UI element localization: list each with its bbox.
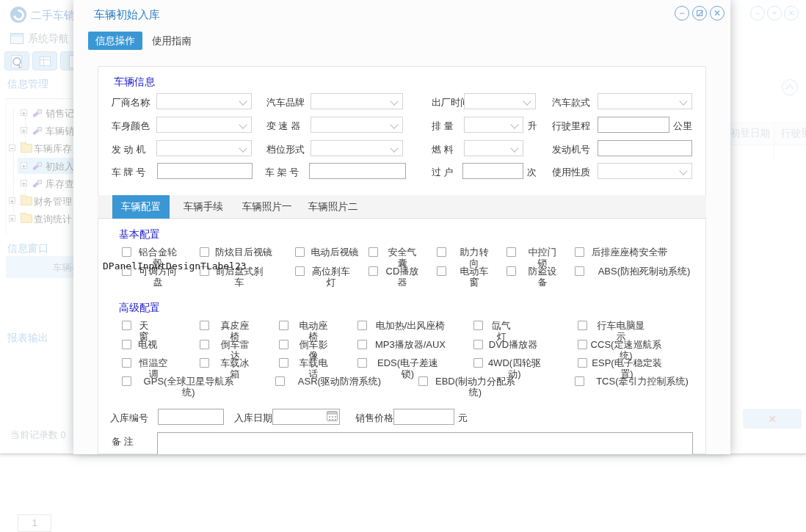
tree-item-2[interactable]: 车辆库存 bbox=[34, 142, 72, 156]
field-mileage-input[interactable] bbox=[598, 117, 669, 133]
adv-option-checkbox-8[interactable] bbox=[279, 340, 288, 349]
adv-option-checkbox-20[interactable] bbox=[418, 376, 428, 386]
field-sale_price-input[interactable] bbox=[393, 409, 454, 425]
basic-option-checkbox-9[interactable] bbox=[295, 266, 305, 276]
field-fuel-select[interactable] bbox=[464, 140, 523, 156]
adv-option-checkbox-4[interactable] bbox=[473, 321, 483, 330]
tab-vehicle-papers[interactable]: 车辆手续 bbox=[175, 195, 232, 219]
adv-option-checkbox-1[interactable] bbox=[200, 321, 209, 330]
adv-option-label-19: ASR(驱动防滑系统) bbox=[290, 376, 389, 387]
basic-option-checkbox-6[interactable] bbox=[575, 247, 584, 257]
bg-close-button[interactable]: ✕ bbox=[784, 6, 799, 21]
toolbar-search-report-button[interactable] bbox=[4, 51, 29, 70]
tab-vehicle-config[interactable]: 车辆配置 bbox=[112, 195, 170, 219]
field-engine_no-input[interactable] bbox=[598, 140, 692, 156]
adv-option-checkbox-19[interactable] bbox=[275, 376, 285, 386]
tree-expand-toggle[interactable]: + bbox=[21, 180, 27, 186]
field-gear_type-select[interactable] bbox=[311, 140, 403, 156]
modal-close-button[interactable]: ✕ bbox=[710, 6, 725, 21]
chevron-down-icon bbox=[239, 120, 247, 128]
basic-option-checkbox-1[interactable] bbox=[200, 247, 209, 257]
tab-vehicle-photo-1[interactable]: 车辆照片一 bbox=[233, 195, 301, 219]
adv-option-checkbox-2[interactable] bbox=[279, 321, 288, 330]
adv-option-checkbox-5[interactable] bbox=[578, 321, 587, 330]
app-logo-icon bbox=[10, 7, 26, 23]
tab-info-operation[interactable]: 信息操作 bbox=[88, 32, 142, 50]
adv-option-checkbox-18[interactable] bbox=[122, 376, 131, 386]
bg-minimize-button[interactable]: − bbox=[750, 6, 765, 21]
tree-item-5[interactable]: 财务管理 bbox=[34, 195, 72, 208]
bg-maximize-button[interactable]: + bbox=[767, 6, 782, 21]
basic-option-checkbox-13[interactable] bbox=[575, 266, 584, 276]
adv-option-checkbox-7[interactable] bbox=[200, 340, 209, 349]
tree-expand-toggle[interactable]: + bbox=[9, 215, 15, 222]
basic-option-checkbox-12[interactable] bbox=[507, 266, 516, 276]
field-remark-textarea[interactable] bbox=[157, 432, 693, 454]
field-inbound_no-input[interactable] bbox=[158, 409, 224, 425]
adv-option-checkbox-6[interactable] bbox=[122, 340, 131, 349]
inner-tab-bar: 车辆配置 车辆手续 车辆照片一 车辆照片二 bbox=[98, 195, 706, 219]
adv-option-checkbox-10[interactable] bbox=[473, 340, 483, 349]
chevron-down-icon bbox=[239, 144, 247, 152]
datagrid-icon bbox=[40, 57, 51, 66]
basic-option-label-6: 后排座座椅安全带 bbox=[587, 247, 672, 258]
stray-design-label: DPanelInputDesignTLabel23 bbox=[103, 260, 247, 272]
field-body_color-label: 车身颜色 bbox=[112, 120, 150, 133]
field-body_color-select[interactable] bbox=[156, 117, 252, 133]
tree-expand-toggle[interactable]: + bbox=[21, 127, 27, 134]
adv-option-checkbox-3[interactable] bbox=[357, 321, 367, 330]
section-title-basic-config: 基本配置 bbox=[119, 228, 160, 241]
column-separator bbox=[774, 123, 774, 160]
adv-option-checkbox-9[interactable] bbox=[357, 340, 367, 349]
field-plate_no-label: 车 牌 号 bbox=[112, 166, 145, 179]
tree-expand-toggle[interactable]: − bbox=[9, 145, 15, 151]
adv-option-checkbox-11[interactable] bbox=[578, 340, 587, 349]
collapse-chevron-up-icon[interactable] bbox=[782, 79, 798, 95]
field-manufacturer-select[interactable] bbox=[156, 93, 252, 109]
adv-option-checkbox-17[interactable] bbox=[578, 358, 587, 368]
modal-restore-button[interactable] bbox=[692, 6, 707, 21]
basic-option-checkbox-0[interactable] bbox=[122, 247, 131, 257]
modal-minimize-button[interactable]: − bbox=[675, 6, 689, 21]
field-engine-select[interactable] bbox=[156, 140, 252, 156]
toolbar-datagrid-button[interactable] bbox=[32, 51, 57, 70]
adv-option-checkbox-21[interactable] bbox=[575, 376, 584, 386]
calendar-icon[interactable] bbox=[327, 411, 338, 421]
basic-option-checkbox-2[interactable] bbox=[295, 247, 305, 257]
chevron-up-glyph bbox=[785, 84, 794, 92]
folder-icon bbox=[21, 214, 32, 223]
basic-option-checkbox-10[interactable] bbox=[368, 266, 378, 276]
tree-item-6[interactable]: 查询统计 bbox=[34, 213, 72, 226]
basic-option-checkbox-3[interactable] bbox=[368, 247, 378, 257]
adv-option-checkbox-16[interactable] bbox=[473, 358, 483, 368]
basic-option-checkbox-4[interactable] bbox=[437, 247, 446, 257]
adv-option-checkbox-12[interactable] bbox=[122, 358, 131, 368]
basic-option-label-11: 电动车窗 bbox=[457, 266, 492, 288]
tree-expand-toggle[interactable]: + bbox=[21, 109, 27, 116]
adv-option-checkbox-15[interactable] bbox=[357, 358, 367, 368]
adv-option-checkbox-13[interactable] bbox=[200, 358, 209, 368]
field-displacement-label: 排 量 bbox=[432, 120, 454, 133]
notify-close-strip[interactable]: ✕ bbox=[743, 409, 802, 429]
field-mileage-suffix: 公里 bbox=[673, 120, 692, 133]
field-displacement-select[interactable] bbox=[464, 117, 523, 133]
basic-option-checkbox-11[interactable] bbox=[437, 266, 446, 276]
chevron-down-icon bbox=[239, 97, 247, 105]
field-model-select[interactable] bbox=[598, 93, 692, 109]
adv-option-checkbox-14[interactable] bbox=[279, 358, 288, 368]
tab-user-guide[interactable]: 使用指南 bbox=[145, 32, 199, 50]
field-usage-select[interactable] bbox=[598, 163, 692, 179]
field-production_date-select[interactable] bbox=[464, 93, 536, 109]
tree-expand-toggle[interactable]: + bbox=[21, 162, 27, 169]
tree-expand-toggle[interactable]: + bbox=[9, 197, 15, 204]
basic-option-checkbox-5[interactable] bbox=[507, 247, 516, 257]
adv-option-checkbox-0[interactable] bbox=[122, 321, 131, 330]
record-count-status: 当前记录数 0 bbox=[10, 429, 66, 442]
field-transfer-label: 过 户 bbox=[432, 166, 454, 179]
field-brand-select[interactable] bbox=[311, 93, 403, 109]
field-transfer-input[interactable] bbox=[462, 163, 523, 179]
field-plate_no-input[interactable] bbox=[157, 163, 253, 179]
field-transmission-select[interactable] bbox=[311, 117, 403, 133]
tab-vehicle-photo-2[interactable]: 车辆照片二 bbox=[299, 195, 367, 219]
field-vin-input[interactable] bbox=[309, 163, 406, 179]
